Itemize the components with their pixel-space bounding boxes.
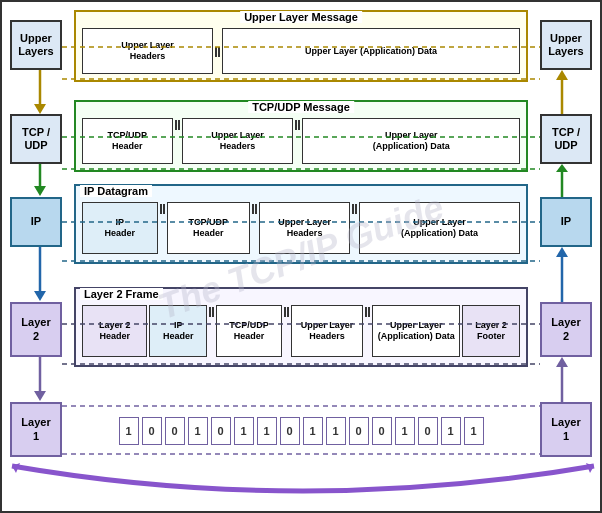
- ip-upper-headers-box: Upper LayerHeaders: [259, 202, 350, 254]
- ip-header-box: IPHeader: [82, 202, 158, 254]
- l2-msg-frame: Layer 2 Frame Layer 2Header IPHeader TCP…: [74, 287, 528, 367]
- bit-9: 1: [326, 417, 346, 445]
- upper-msg-inner-row: Upper LayerHeaders Upper Layer (Applicat…: [82, 28, 520, 74]
- ip-dashed-line-top: [62, 220, 540, 224]
- right-ip-box: IP: [540, 197, 592, 247]
- left-upper-layers-box: UpperLayers: [10, 20, 62, 70]
- bit-2: 0: [165, 417, 185, 445]
- right-layer2-box: Layer2: [540, 302, 592, 357]
- ip-msg-frame: IP Datagram IPHeader TCP/UDPHeader Upper…: [74, 184, 528, 264]
- arrow-ip-to-layer2: [30, 247, 50, 302]
- l2-footer-box: Layer 2Footer: [462, 305, 520, 357]
- bottom-arc: [2, 461, 602, 509]
- tcp-header-box: TCP/UDPHeader: [82, 118, 173, 164]
- l2-msg-title: Layer 2 Frame: [80, 288, 163, 300]
- bit-5: 1: [234, 417, 254, 445]
- tcp-msg-title: TCP/UDP Message: [248, 101, 354, 113]
- l2-ip-header-box: IPHeader: [149, 305, 207, 357]
- right-tcp-udp-box: TCP /UDP: [540, 114, 592, 164]
- bit-15: 1: [464, 417, 484, 445]
- bit-10: 0: [349, 417, 369, 445]
- tcp-dashed-line-top: [62, 135, 540, 139]
- upper-layer-headers-box: Upper LayerHeaders: [82, 28, 213, 74]
- tcp-upper-headers-box: Upper LayerHeaders: [182, 118, 294, 164]
- upper-msg-title: Upper Layer Message: [240, 11, 362, 23]
- bit-4: 0: [211, 417, 231, 445]
- ip-app-data-box: Upper Layer(Application) Data: [359, 202, 520, 254]
- bit-3: 1: [188, 417, 208, 445]
- l2-dashed-line-top: [62, 322, 540, 326]
- svg-marker-9: [556, 70, 568, 80]
- bit-6: 1: [257, 417, 277, 445]
- arrow-right-ip-to-tcp: [552, 164, 572, 197]
- arrow-tcp-to-ip: [30, 164, 50, 197]
- l2-dashed-line-bottom: [62, 362, 540, 366]
- bit-0: 1: [119, 417, 139, 445]
- arrow-right-l1-to-l2: [552, 357, 572, 402]
- l2-header-box: Layer 2Header: [82, 305, 147, 357]
- main-diagram: The TCP/IP Guide UpperLayers TCP /UDP IP…: [0, 0, 602, 513]
- l2-app-data-box: Upper Layer(Application) Data: [372, 305, 460, 357]
- ip-msg-title: IP Datagram: [80, 185, 152, 197]
- upper-layer-app-data-box: Upper Layer (Application) Data: [222, 28, 520, 74]
- left-ip-box: IP: [10, 197, 62, 247]
- svg-marker-11: [556, 164, 568, 172]
- bit-11: 0: [372, 417, 392, 445]
- ip-tcp-header-box: TCP/UDPHeader: [167, 202, 250, 254]
- upper-dashed-line-top: [62, 45, 540, 49]
- bit-13: 0: [418, 417, 438, 445]
- left-layer2-box: Layer2: [10, 302, 62, 357]
- right-upper-layers-box: UpperLayers: [540, 20, 592, 70]
- l1-dashed-line-top: [62, 404, 540, 408]
- l2-upper-headers-box: Upper LayerHeaders: [291, 305, 364, 357]
- tcp-app-data-box: Upper Layer(Application) Data: [302, 118, 520, 164]
- bits-row: 1 0 0 1 0 1 1 0 1 1 0 0 1 0 1 1: [74, 410, 528, 452]
- l2-tcp-header-box: TCP/UDPHeader: [216, 305, 281, 357]
- arrow-right-tcp-to-upper: [552, 70, 572, 114]
- svg-marker-7: [34, 391, 46, 401]
- right-layer1-box: Layer1: [540, 402, 592, 457]
- bit-7: 0: [280, 417, 300, 445]
- svg-marker-5: [34, 291, 46, 301]
- bit-1: 0: [142, 417, 162, 445]
- arrow-layer2-to-layer1: [30, 357, 50, 402]
- bit-12: 1: [395, 417, 415, 445]
- svg-marker-13: [556, 247, 568, 257]
- arrow-upper-to-tcp: [30, 70, 50, 114]
- svg-marker-15: [556, 357, 568, 367]
- svg-marker-1: [34, 104, 46, 114]
- upper-dashed-line-bottom: [62, 77, 540, 81]
- svg-marker-3: [34, 186, 46, 196]
- tcp-dashed-line-bottom: [62, 167, 540, 171]
- bit-8: 1: [303, 417, 323, 445]
- arrow-right-l2-to-ip: [552, 247, 572, 302]
- left-tcp-udp-box: TCP /UDP: [10, 114, 62, 164]
- bit-14: 1: [441, 417, 461, 445]
- l1-dashed-line-bottom: [62, 452, 540, 456]
- ip-dashed-line-bottom: [62, 259, 540, 263]
- left-layer1-box: Layer1: [10, 402, 62, 457]
